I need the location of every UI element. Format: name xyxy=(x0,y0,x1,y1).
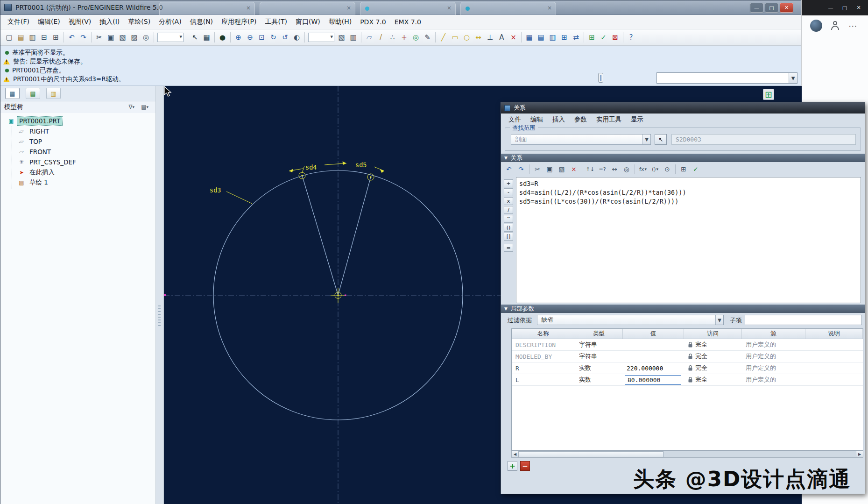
filter-by-combo[interactable]: 缺省 ▼ xyxy=(537,315,724,325)
key-button[interactable]: ⊙ xyxy=(661,163,673,175)
chevron-down-icon[interactable]: ▼ xyxy=(642,135,650,144)
minus-operator-button[interactable]: - xyxy=(504,188,513,196)
close-icon[interactable]: ✕ xyxy=(852,3,865,13)
dialog-menu-show[interactable]: 显示 xyxy=(626,114,648,125)
sketch-dimension-button[interactable]: ↔ xyxy=(473,32,484,43)
relations-editor[interactable]: sd3=R sd4=asin((L/2)/(R*cos(asin(L/2/R))… xyxy=(516,177,861,303)
dialog-title-bar[interactable]: 关系 xyxy=(501,102,865,114)
verify-button[interactable]: ✓ xyxy=(690,163,702,175)
emx-table-icon[interactable]: ⊞ xyxy=(763,89,774,100)
program-frame-button[interactable]: ⊞ xyxy=(558,32,570,43)
column-header-description[interactable]: 说明 xyxy=(805,329,863,339)
redo-button[interactable]: ↷ xyxy=(515,163,527,175)
relations-section-header[interactable]: ▼ 关系 xyxy=(501,154,865,162)
view-manager-button[interactable]: ▥ xyxy=(347,32,359,43)
menu-file[interactable]: 文件(F) xyxy=(3,16,34,28)
dimension-sd3[interactable]: sd3 xyxy=(210,186,221,194)
sort-button[interactable]: ↑↓ xyxy=(584,163,596,175)
scroll-thumb[interactable] xyxy=(519,451,663,457)
dialog-menu-file[interactable]: 文件 xyxy=(504,114,526,125)
previous-view-button[interactable]: ↺ xyxy=(279,32,291,43)
sketch-rect-button[interactable]: ▭ xyxy=(449,32,461,43)
power-operator-button[interactable]: ^ xyxy=(504,215,513,223)
chevron-down-icon[interactable]: ▼ xyxy=(789,73,797,83)
refit-button[interactable]: ⊡ xyxy=(256,32,268,43)
sketch-text-button[interactable]: A xyxy=(496,32,508,43)
local-params-section-header[interactable]: ▼ 局部参数 xyxy=(501,305,865,313)
horizontal-scrollbar[interactable]: ◀ ▶ xyxy=(511,451,863,458)
title-bar[interactable]: PRT0001 (活动的) - Pro/ENGINEER Wildfire 5.… xyxy=(0,0,801,15)
tree-item-insert-here[interactable]: ➤ 在此插入 xyxy=(0,167,155,177)
menu-pdx[interactable]: PDX 7.0 xyxy=(356,16,390,28)
message-combo[interactable]: ▼ xyxy=(656,72,797,84)
search-button[interactable]: ◎ xyxy=(621,163,633,175)
copy-button[interactable]: ▣ xyxy=(105,32,117,43)
sketch-line-button[interactable]: ╱ xyxy=(438,32,449,43)
tab-model-tree[interactable]: ▦ xyxy=(5,88,20,99)
saved-views-combo[interactable]: ▾ xyxy=(308,33,334,42)
switch-dims-button[interactable]: ⇄ xyxy=(570,32,582,43)
cut-button[interactable]: ✂ xyxy=(531,163,543,175)
new-button[interactable]: ▢ xyxy=(3,32,15,43)
paste-button[interactable]: ▧ xyxy=(556,163,568,175)
maximize-button[interactable]: ▢ xyxy=(765,3,778,13)
undo-button[interactable]: ↶ xyxy=(503,163,515,175)
column-header-access[interactable]: 访问 xyxy=(684,329,742,339)
datum-axes-button[interactable]: / xyxy=(375,32,387,43)
menu-info[interactable]: 信息(N) xyxy=(186,16,217,28)
datum-planes-button[interactable]: ▱ xyxy=(363,32,375,43)
menu-emx[interactable]: EMX 7.0 xyxy=(390,16,425,28)
emx-check-button[interactable]: ✓ xyxy=(598,32,609,43)
scroll-track[interactable] xyxy=(663,451,856,457)
param-row[interactable]: R 实数 220.000000 完全 用户定义的 xyxy=(512,362,863,374)
column-header-value[interactable]: 值 xyxy=(623,329,684,339)
parens-operator-button[interactable]: () xyxy=(504,224,513,232)
chevron-down-icon[interactable]: ▼ xyxy=(715,315,723,325)
menu-window[interactable]: 窗口(W) xyxy=(291,16,325,28)
dialog-menu-insert[interactable]: 插入 xyxy=(548,114,570,125)
sketch-constraint-button[interactable]: ⊥ xyxy=(484,32,496,43)
dialog-menu-edit[interactable]: 编辑 xyxy=(526,114,548,125)
menu-edit[interactable]: 编辑(E) xyxy=(34,16,64,28)
redo-button[interactable]: ↷ xyxy=(78,32,89,43)
equals-operator-button[interactable]: = xyxy=(504,244,513,252)
shaded-view-button[interactable]: ● xyxy=(217,32,228,43)
brackets-operator-button[interactable]: [] xyxy=(504,233,513,241)
menu-sketch[interactable]: 草绘(S) xyxy=(124,16,155,28)
more-icon[interactable]: ⋯ xyxy=(848,21,857,30)
param-row[interactable]: MODELED_BY 字符串 完全 用户定义的 xyxy=(512,351,863,362)
scroll-left-icon[interactable]: ◀ xyxy=(512,451,519,457)
menu-applications[interactable]: 应用程序(P) xyxy=(217,16,261,28)
param-row[interactable]: DESCRIPTION 字符串 完全 用户定义的 xyxy=(512,339,863,351)
undo-button[interactable]: ↶ xyxy=(66,32,78,43)
cut-button[interactable]: ✂ xyxy=(93,32,105,43)
tree-item-sketch1[interactable]: ▨ 草绘 1 xyxy=(0,177,155,188)
pick-from-list-button[interactable]: ↖ xyxy=(655,134,667,145)
smart-select-button[interactable]: ▦ xyxy=(201,32,212,43)
add-person-icon[interactable] xyxy=(830,20,841,31)
datum-csys-button[interactable]: + xyxy=(398,32,410,43)
annotation-button[interactable]: ✎ xyxy=(422,32,433,43)
evaluate-button[interactable]: =? xyxy=(596,163,608,175)
menu-tools[interactable]: 工具(T) xyxy=(261,16,291,28)
menu-insert[interactable]: 插入(I) xyxy=(95,16,124,28)
subitem-input[interactable] xyxy=(745,315,862,325)
show-filter-button[interactable]: ∇▾ xyxy=(126,103,138,111)
context-help-button[interactable]: ? xyxy=(625,32,637,43)
column-header-source[interactable]: 源 xyxy=(742,329,805,339)
measure-button[interactable]: ↔ xyxy=(608,163,621,175)
spin-button[interactable]: ◐ xyxy=(291,32,303,43)
scroll-right-icon[interactable]: ▶ xyxy=(856,451,863,457)
save-button[interactable]: ▥ xyxy=(27,32,38,43)
avatar-icon[interactable] xyxy=(810,20,822,32)
close-button[interactable]: ✕ xyxy=(780,3,793,13)
pattern-grid-button[interactable]: ▦ xyxy=(523,32,535,43)
spin-center-button[interactable]: ◎ xyxy=(410,32,422,43)
tree-item-front[interactable]: ▱ FRONT xyxy=(0,147,155,157)
column-header-type[interactable]: 类型 xyxy=(575,329,623,339)
paste-button[interactable]: ▧ xyxy=(117,32,128,43)
open-button[interactable]: ▤ xyxy=(15,32,27,43)
divide-operator-button[interactable]: / xyxy=(504,206,513,214)
tree-item-top[interactable]: ▱ TOP xyxy=(0,136,155,147)
menu-analysis[interactable]: 分析(A) xyxy=(155,16,186,28)
